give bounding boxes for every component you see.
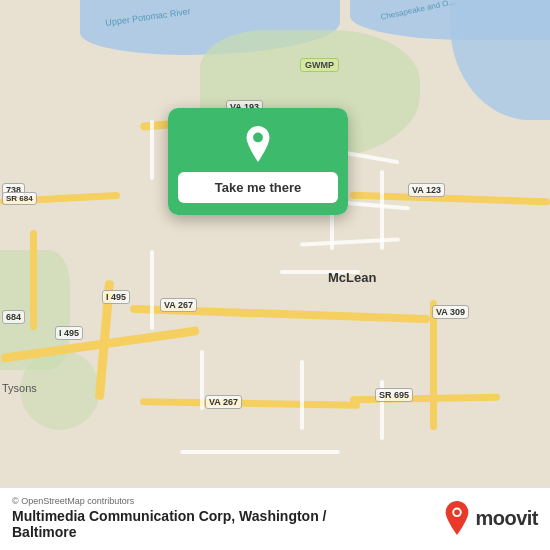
park-bottom-left xyxy=(20,350,100,430)
popup-green-area: Take me there xyxy=(168,108,348,215)
popup-card: Take me there xyxy=(168,108,348,215)
road-label-sr695: SR 695 xyxy=(375,388,413,402)
take-me-there-button[interactable]: Take me there xyxy=(178,172,338,203)
bottom-left-info: © OpenStreetMap contributors Multimedia … xyxy=(12,496,326,540)
osm-attribution: © OpenStreetMap contributors xyxy=(12,496,326,506)
location-subtitle: Baltimore xyxy=(12,524,326,540)
svg-point-2 xyxy=(455,510,461,516)
road-label-sr684: SR 684 xyxy=(2,192,37,205)
road-minor-9 xyxy=(200,350,204,410)
road-minor-14 xyxy=(180,450,340,454)
svg-point-0 xyxy=(253,133,263,143)
moovit-logo: moovit xyxy=(443,501,538,535)
road-minor-4 xyxy=(280,270,360,274)
road-minor-6 xyxy=(380,170,384,250)
moovit-brand-text: moovit xyxy=(475,507,538,530)
road-label-va267b: VA 267 xyxy=(205,395,242,409)
road-label-684b: 684 xyxy=(2,310,25,324)
map-container: GWMP VA 193 738 SR 684 SR 684 I 495 I 49… xyxy=(0,0,550,550)
road-va309 xyxy=(430,300,437,430)
location-title: Multimedia Communication Corp, Washingto… xyxy=(12,508,326,524)
road-minor-10 xyxy=(300,360,304,430)
road-label-i495a: I 495 xyxy=(55,326,83,340)
moovit-pin-icon xyxy=(443,501,471,535)
road-label-i495b: I 495 xyxy=(102,290,130,304)
road-label-va309: VA 309 xyxy=(432,305,469,319)
road-label-va123: VA 123 xyxy=(408,183,445,197)
location-pin-icon xyxy=(240,126,276,162)
road-sr684-v xyxy=(30,230,37,330)
bottom-bar: © OpenStreetMap contributors Multimedia … xyxy=(0,487,550,550)
road-minor-8 xyxy=(150,250,154,330)
road-label-va267a: VA 267 xyxy=(160,298,197,312)
road-minor-12 xyxy=(150,120,154,180)
gwmp-label: GWMP xyxy=(300,58,339,72)
